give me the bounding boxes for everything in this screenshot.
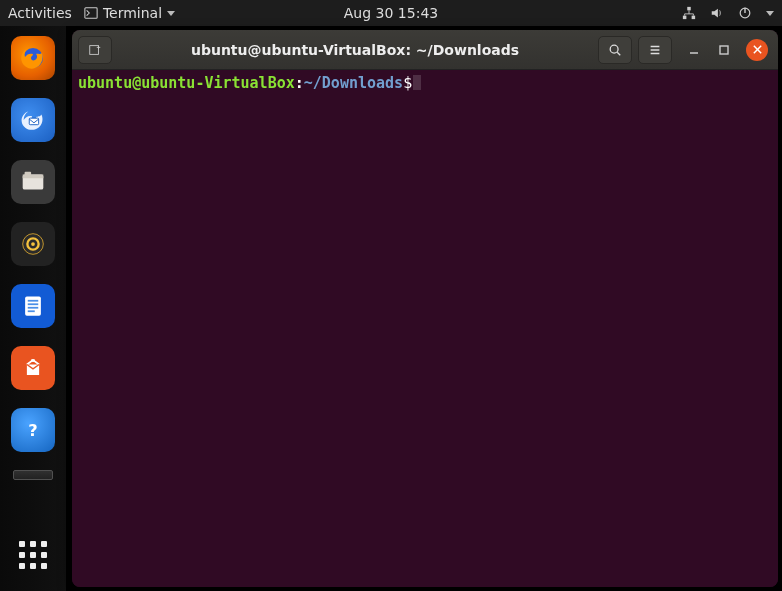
minimize-button[interactable] xyxy=(686,42,702,58)
svg-rect-30 xyxy=(720,46,728,54)
dock-tray-icon[interactable] xyxy=(13,470,53,480)
minimize-icon xyxy=(688,44,700,56)
svg-rect-17 xyxy=(28,307,39,309)
search-button[interactable] xyxy=(598,36,632,64)
svg-rect-10 xyxy=(25,172,32,176)
svg-text:?: ? xyxy=(28,421,37,440)
prompt-path: ~/Downloads xyxy=(304,74,403,92)
app-menu[interactable]: Terminal xyxy=(84,5,175,21)
show-applications-button[interactable] xyxy=(11,533,55,577)
svg-line-25 xyxy=(617,52,620,55)
svg-rect-7 xyxy=(29,118,38,125)
prompt-userhost: ubuntu@ubuntu-VirtualBox xyxy=(78,74,295,92)
svg-rect-16 xyxy=(28,303,39,305)
prompt-colon: : xyxy=(295,74,304,92)
prompt-dollar: $ xyxy=(403,74,412,92)
system-status-area[interactable] xyxy=(682,6,774,20)
svg-point-13 xyxy=(31,242,35,246)
search-icon xyxy=(608,43,622,57)
hamburger-icon xyxy=(648,43,662,57)
svg-rect-15 xyxy=(28,300,39,302)
dock-firefox-icon[interactable] xyxy=(11,36,55,80)
chevron-down-icon xyxy=(766,11,774,16)
dock-files-icon[interactable] xyxy=(11,160,55,204)
svg-rect-0 xyxy=(85,8,97,19)
chevron-down-icon xyxy=(167,11,175,16)
volume-icon xyxy=(710,6,724,20)
svg-rect-18 xyxy=(28,310,35,312)
terminal-window: ubuntu@ubuntu-VirtualBox: ~/Downloads ub… xyxy=(72,30,778,587)
dock-writer-icon[interactable] xyxy=(11,284,55,328)
dock: ? xyxy=(0,26,66,591)
svg-point-24 xyxy=(610,45,618,53)
svg-rect-19 xyxy=(31,359,35,362)
maximize-icon xyxy=(718,44,730,56)
activities-button[interactable]: Activities xyxy=(8,5,72,21)
svg-rect-14 xyxy=(25,296,41,315)
maximize-button[interactable] xyxy=(716,42,732,58)
power-icon xyxy=(738,6,752,20)
menu-button[interactable] xyxy=(638,36,672,64)
new-tab-button[interactable] xyxy=(78,36,112,64)
svg-rect-1 xyxy=(687,7,691,11)
dock-help-icon[interactable]: ? xyxy=(11,408,55,452)
window-title: ubuntu@ubuntu-VirtualBox: ~/Downloads xyxy=(118,42,592,58)
svg-rect-3 xyxy=(692,16,696,20)
clock[interactable]: Aug 30 15:43 xyxy=(344,5,438,21)
cursor xyxy=(413,75,421,90)
titlebar: ubuntu@ubuntu-VirtualBox: ~/Downloads xyxy=(72,30,778,70)
top-panel: Activities Terminal Aug 30 15:43 xyxy=(0,0,782,26)
terminal-body[interactable]: ubuntu@ubuntu-VirtualBox:~/Downloads$ xyxy=(72,70,778,587)
close-icon xyxy=(752,44,763,55)
svg-rect-2 xyxy=(683,16,687,20)
dock-software-icon[interactable] xyxy=(11,346,55,390)
app-menu-label: Terminal xyxy=(103,5,162,21)
dock-thunderbird-icon[interactable] xyxy=(11,98,55,142)
network-icon xyxy=(682,6,696,20)
dock-rhythmbox-icon[interactable] xyxy=(11,222,55,266)
terminal-icon xyxy=(84,6,98,20)
close-button[interactable] xyxy=(746,39,768,61)
